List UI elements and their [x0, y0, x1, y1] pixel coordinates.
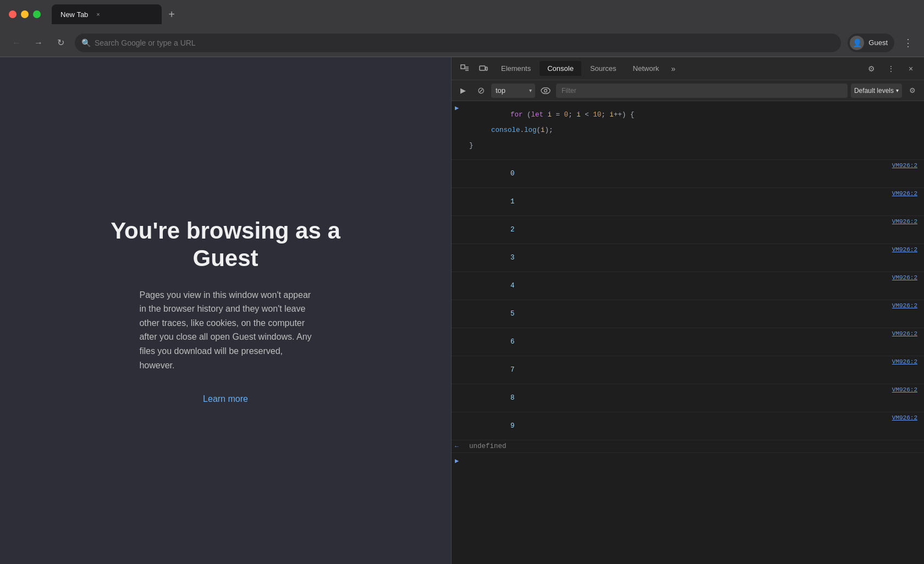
output-value: 1 — [465, 188, 888, 215]
eye-icon — [541, 87, 551, 94]
more-button[interactable]: ⋮ — [901, 35, 915, 51]
back-button[interactable]: ← — [9, 35, 24, 51]
output-value: 7 — [465, 356, 888, 384]
console-source-link[interactable]: VM926:2 — [888, 160, 924, 171]
console-source-link[interactable]: VM926:2 — [888, 300, 924, 311]
console-output-9: 9 VM926:2 — [452, 412, 924, 440]
tab-console[interactable]: Console — [540, 61, 581, 76]
tab-bar: New Tab × + — [52, 4, 915, 24]
console-input-field[interactable] — [465, 455, 924, 466]
avatar: 👤 — [850, 36, 864, 50]
guest-description: Pages you view in this window won't appe… — [139, 288, 311, 373]
output-value: 2 — [465, 216, 888, 244]
devtools-close-button[interactable]: × — [902, 60, 920, 78]
console-output-5: 5 VM926:2 — [452, 300, 924, 328]
log-levels-button[interactable]: Default levels ▾ — [851, 84, 902, 98]
console-source-link[interactable]: VM926:2 — [888, 328, 924, 339]
inspect-icon — [460, 64, 469, 73]
devtools-panel: Elements Console Sources Network » ⚙ ⋮ × — [451, 57, 924, 564]
output-gutter — [452, 384, 465, 389]
svg-rect-5 — [486, 67, 487, 70]
reload-button[interactable]: ↻ — [53, 35, 68, 51]
console-output[interactable]: ▶ for (let i = 0; i < 10; i++) { console… — [452, 101, 924, 564]
output-value: 3 — [465, 244, 888, 272]
traffic-lights — [9, 10, 41, 18]
console-output-1: 1 VM926:2 — [452, 188, 924, 216]
tab-close-button[interactable]: × — [94, 10, 102, 19]
console-source-link[interactable]: VM926:2 — [888, 384, 924, 395]
console-output-3: 3 VM926:2 — [452, 244, 924, 272]
main-area: You're browsing as a Guest Pages you vie… — [0, 57, 924, 564]
devtools-toolbar: Elements Console Sources Network » ⚙ ⋮ × — [452, 57, 924, 80]
svg-point-6 — [541, 87, 550, 93]
console-output-4: 4 VM926:2 — [452, 272, 924, 300]
prompt-icon: ▶ — [455, 457, 459, 465]
new-tab-button[interactable]: + — [164, 7, 179, 22]
console-source-link[interactable]: VM926:2 — [888, 216, 924, 227]
context-selector-wrapper: top ▾ — [491, 84, 535, 98]
page-content: You're browsing as a Guest Pages you vie… — [0, 57, 451, 564]
console-source-link[interactable]: VM926:2 — [888, 356, 924, 367]
guest-heading: You're browsing as a Guest — [111, 217, 340, 273]
svg-rect-0 — [461, 65, 465, 69]
output-value: 5 — [465, 300, 888, 328]
address-wrapper: 🔍 — [75, 34, 841, 52]
console-output-7: 7 VM926:2 — [452, 356, 924, 384]
titlebar: New Tab × + — [0, 0, 924, 29]
tab-sources[interactable]: Sources — [582, 61, 624, 76]
tab-elements[interactable]: Elements — [493, 61, 538, 76]
console-prompt-line[interactable]: ▶ — [452, 453, 924, 468]
filter-input[interactable] — [556, 84, 848, 98]
output-value: 6 — [465, 328, 888, 356]
learn-more-link[interactable]: Learn more — [203, 394, 248, 404]
search-icon: 🔍 — [81, 38, 91, 47]
result-arrow-gutter: ← — [452, 441, 465, 452]
tab-network[interactable]: Network — [625, 61, 667, 76]
context-select[interactable]: top — [491, 84, 535, 98]
close-traffic-light[interactable] — [9, 10, 16, 18]
console-source-link[interactable]: VM926:2 — [888, 244, 924, 255]
browser-tab[interactable]: New Tab × — [52, 4, 162, 24]
console-settings-button[interactable]: ⚙ — [905, 84, 920, 98]
output-gutter — [452, 244, 465, 249]
devtools-settings-button[interactable]: ⚙ — [862, 60, 880, 78]
output-gutter — [452, 160, 465, 165]
more-tabs-button[interactable]: » — [668, 62, 679, 75]
svg-point-7 — [544, 89, 547, 92]
minimize-traffic-light[interactable] — [21, 10, 29, 18]
output-gutter — [452, 216, 465, 221]
console-output-2: 2 VM926:2 — [452, 216, 924, 244]
inspect-element-button[interactable] — [456, 60, 474, 78]
output-gutter — [452, 328, 465, 333]
output-gutter — [452, 412, 465, 417]
device-icon — [479, 64, 488, 73]
prompt-gutter: ▶ — [452, 457, 465, 465]
output-gutter — [452, 356, 465, 361]
clear-console-button[interactable]: ⊘ — [474, 84, 488, 98]
console-input-entry: ▶ for (let i = 0; i < 10; i++) { console… — [452, 101, 924, 160]
output-value: 9 — [465, 412, 888, 440]
console-output-8: 8 VM926:2 — [452, 384, 924, 412]
forward-button[interactable]: → — [31, 35, 46, 51]
output-gutter — [452, 300, 465, 305]
devtools-secondary-toolbar: ▶ ⊘ top ▾ Default levels ▾ ⚙ — [452, 80, 924, 101]
address-input[interactable] — [75, 34, 841, 52]
device-toggle-button[interactable] — [475, 60, 492, 78]
devtools-more-button[interactable]: ⋮ — [882, 60, 900, 78]
console-source-link[interactable]: VM926:2 — [888, 272, 924, 283]
console-code-block: for (let i = 0; i < 10; i++) { console.l… — [465, 101, 924, 159]
devtools-right-icons: ⚙ ⋮ × — [862, 60, 920, 78]
console-source-link[interactable]: VM926:2 — [888, 412, 924, 423]
output-gutter — [452, 272, 465, 277]
result-arrow-icon: ← — [455, 443, 459, 450]
console-source-link[interactable]: VM926:2 — [888, 188, 924, 199]
console-prompt-gutter: ▶ — [452, 101, 465, 114]
console-output-6: 6 VM926:2 — [452, 328, 924, 356]
tab-title: New Tab — [61, 10, 88, 19]
maximize-traffic-light[interactable] — [33, 10, 41, 18]
eye-button[interactable] — [538, 84, 553, 98]
output-value: 4 — [465, 272, 888, 300]
chevron-down-icon: ▾ — [896, 87, 899, 93]
execute-script-button[interactable]: ▶ — [456, 84, 470, 98]
profile-button[interactable]: 👤 Guest — [848, 34, 894, 52]
